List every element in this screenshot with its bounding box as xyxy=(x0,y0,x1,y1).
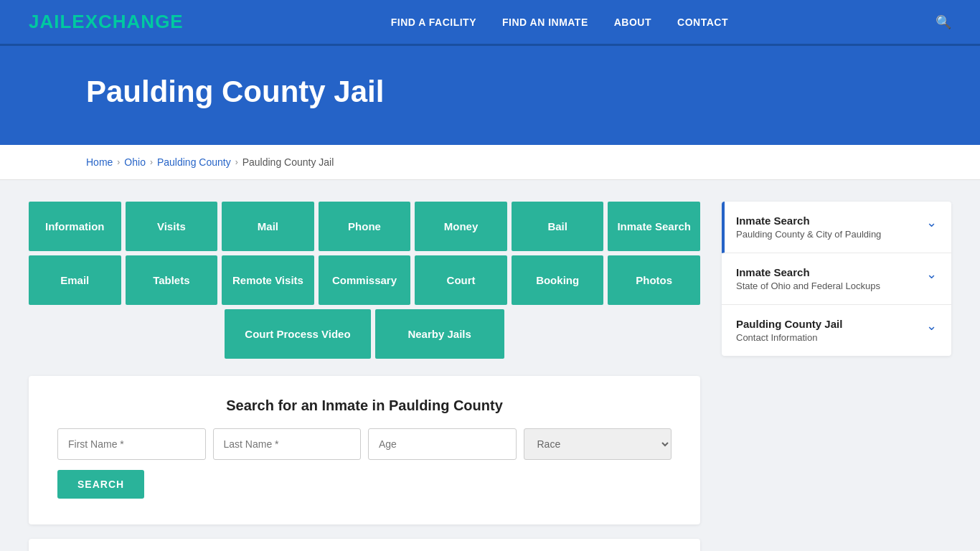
tile-money[interactable]: Money xyxy=(415,202,507,251)
sidebar-item-text-contact: Paulding County Jail Contact Information xyxy=(736,318,842,343)
breadcrumb-sep-2: › xyxy=(150,157,153,167)
nav-link-find-facility[interactable]: FIND A FACILITY xyxy=(391,17,476,28)
age-input[interactable] xyxy=(368,428,517,460)
sidebar-item-subtitle-2: State of Ohio and Federal Lockups xyxy=(736,281,880,291)
grid-section: Information Visits Mail Phone Money Bail… xyxy=(29,202,700,551)
sidebar-item-subtitle-1: Paulding County & City of Paulding xyxy=(736,229,881,240)
nav-links: FIND A FACILITYFIND AN INMATEABOUTCONTAC… xyxy=(391,16,728,29)
tile-visits[interactable]: Visits xyxy=(126,202,218,251)
tile-row-3: Court Process Video Nearby Jails xyxy=(29,309,700,359)
tile-row-2: Email Tablets Remote Visits Commissary C… xyxy=(29,255,700,305)
logo-accent: EXCHANGE xyxy=(72,11,183,32)
tile-booking[interactable]: Booking xyxy=(512,255,604,305)
sidebar-item-title-3: Paulding County Jail xyxy=(736,318,842,330)
tile-tablets[interactable]: Tablets xyxy=(126,255,218,305)
last-name-input[interactable] xyxy=(213,428,362,460)
page-title: Paulding County Jail xyxy=(86,75,951,109)
sidebar: Inmate Search Paulding County & City of … xyxy=(722,202,951,551)
breadcrumb-bar: Home › Ohio › Paulding County › Paulding… xyxy=(0,145,980,180)
sidebar-item-title-2: Inmate Search xyxy=(736,266,880,278)
main-content: Information Visits Mail Phone Money Bail… xyxy=(0,180,980,551)
search-form-row: Race White Black Hispanic Asian Other xyxy=(57,428,672,460)
search-card: Search for an Inmate in Paulding County … xyxy=(29,376,700,524)
breadcrumb-paulding-county[interactable]: Paulding County xyxy=(157,156,231,168)
tile-mail[interactable]: Mail xyxy=(222,202,314,251)
breadcrumb-current: Paulding County Jail xyxy=(242,156,334,168)
tile-bail[interactable]: Bail xyxy=(512,202,604,251)
chevron-down-icon-3: ⌄ xyxy=(926,318,937,334)
tile-information[interactable]: Information xyxy=(29,202,121,251)
tile-phone[interactable]: Phone xyxy=(319,202,411,251)
breadcrumb-sep-1: › xyxy=(117,157,120,167)
sidebar-item-inmate-search-paulding[interactable]: Inmate Search Paulding County & City of … xyxy=(722,202,951,253)
tile-remote-visits[interactable]: Remote Visits xyxy=(222,255,314,305)
search-button[interactable]: SEARCH xyxy=(57,470,144,499)
logo[interactable]: JAILEXCHANGE xyxy=(29,11,184,33)
tile-row-1: Information Visits Mail Phone Money Bail… xyxy=(29,202,700,251)
sidebar-item-text-paulding: Inmate Search Paulding County & City of … xyxy=(736,215,881,240)
chevron-down-icon-2: ⌄ xyxy=(926,266,937,282)
logo-part1: JAIL xyxy=(29,11,72,32)
breadcrumb: Home › Ohio › Paulding County › Paulding… xyxy=(86,156,894,168)
sidebar-item-title-1: Inmate Search xyxy=(736,215,881,227)
sidebar-item-inmate-search-ohio[interactable]: Inmate Search State of Ohio and Federal … xyxy=(722,253,951,305)
sidebar-item-text-ohio: Inmate Search State of Ohio and Federal … xyxy=(736,266,880,291)
breadcrumb-home[interactable]: Home xyxy=(86,156,113,168)
sidebar-item-subtitle-3: Contact Information xyxy=(736,332,842,343)
race-select[interactable]: Race White Black Hispanic Asian Other xyxy=(524,428,672,460)
tile-court-process-video[interactable]: Court Process Video xyxy=(225,309,370,359)
tile-nearby-jails[interactable]: Nearby Jails xyxy=(375,309,504,359)
chevron-down-icon-1: ⌄ xyxy=(926,215,937,230)
info-section: Paulding County Jail Information xyxy=(29,539,700,551)
nav-link-find-inmate[interactable]: FIND AN INMATE xyxy=(502,17,588,28)
breadcrumb-ohio[interactable]: Ohio xyxy=(124,156,146,168)
search-title: Search for an Inmate in Paulding County xyxy=(57,397,672,414)
tile-email[interactable]: Email xyxy=(29,255,121,305)
tile-photos[interactable]: Photos xyxy=(608,255,700,305)
sidebar-item-contact-info[interactable]: Paulding County Jail Contact Information… xyxy=(722,305,951,356)
nav-link-contact[interactable]: CONTACT xyxy=(677,17,728,28)
first-name-input[interactable] xyxy=(57,428,206,460)
tile-court[interactable]: Court xyxy=(415,255,507,305)
breadcrumb-sep-3: › xyxy=(235,157,238,167)
navigation: JAILEXCHANGE FIND A FACILITYFIND AN INMA… xyxy=(0,0,980,46)
hero-section: Paulding County Jail xyxy=(0,46,980,145)
tile-commissary[interactable]: Commissary xyxy=(319,255,411,305)
sidebar-card: Inmate Search Paulding County & City of … xyxy=(722,202,951,356)
tile-inmate-search[interactable]: Inmate Search xyxy=(608,202,700,251)
nav-link-about[interactable]: ABOUT xyxy=(614,17,651,28)
search-icon[interactable]: 🔍 xyxy=(936,14,951,30)
